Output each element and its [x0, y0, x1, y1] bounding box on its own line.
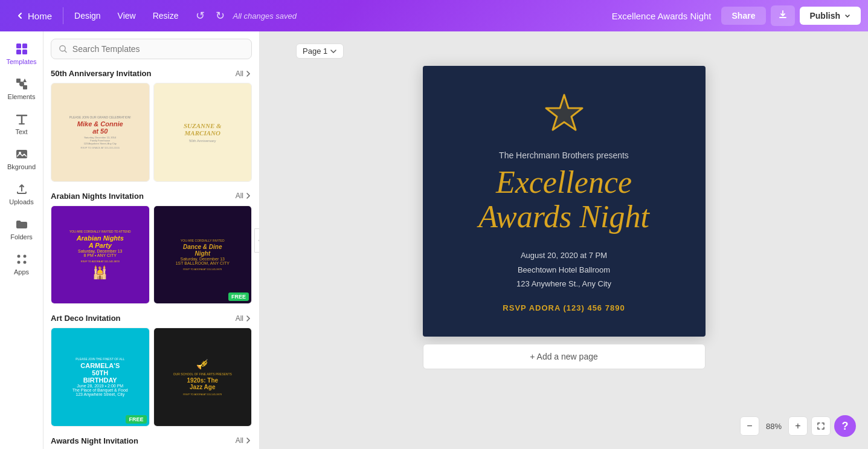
chevron-right-icon: [245, 315, 252, 322]
template-arabian-1[interactable]: YOU ARE CORDIALLY INVITED TO ATTEND Arab…: [51, 205, 150, 305]
template-invite-text: YOU ARE CORDIALLY INVITED TO ATTEND: [69, 230, 131, 233]
page-label: Page 1: [303, 47, 327, 56]
zoom-in-button[interactable]: +: [788, 416, 808, 436]
free-badge: FREE: [126, 415, 146, 424]
section-artdeco-all-button[interactable]: All: [236, 314, 252, 323]
canvas-presenter-text: The Herchmann Brothers presents: [499, 150, 629, 160]
sidebar-item-folders[interactable]: Folders: [0, 212, 43, 247]
section-arabian-grid: YOU ARE CORDIALLY INVITED TO ATTEND Arab…: [51, 205, 252, 305]
share-button[interactable]: Share: [721, 7, 767, 25]
elements-label: Elements: [8, 93, 36, 100]
help-icon: ?: [842, 420, 849, 433]
chevron-left-icon: [16, 11, 24, 20]
section-arabian-nights: Arabian Nights Invitation All YOU ARE CO…: [51, 192, 252, 305]
section-50th-grid: PLEASE JOIN OUR GRAND CELEBRATION! Mike …: [51, 83, 252, 182]
template-event-details: Saturday, December 138 PM • ANY CITY: [69, 249, 131, 257]
template-event-details: Saturday, December 131ST BALLROOM, ANY C…: [176, 257, 230, 265]
template-artdeco-1[interactable]: PLEASE JOIN THE FINEST OF ALL CARMELA'S5…: [51, 328, 150, 427]
zoom-out-button[interactable]: −: [740, 416, 759, 436]
template-title: SUZANNE &MARCIANO: [184, 122, 222, 137]
fullscreen-button[interactable]: [811, 416, 831, 436]
nav-right-actions: Share Publish: [721, 5, 861, 26]
template-arabian-2[interactable]: YOU ARE CORDIALLY INVITED Dance & DineNi…: [153, 205, 252, 305]
template-footer: RSVP TO GRACE AT 555-555-5555: [69, 146, 131, 149]
template-50th-2[interactable]: SUZANNE &MARCIANO 50th Anniversary: [153, 83, 252, 182]
section-50th-title: 50th Anniversary Invitation: [51, 69, 151, 78]
undo-redo-actions: ↺ ↻: [192, 7, 228, 25]
template-invite-text: PLEASE JOIN THE FINEST OF ALL: [72, 357, 128, 361]
page-indicator-button[interactable]: Page 1: [296, 44, 344, 59]
section-awards-all-button[interactable]: All: [236, 436, 252, 445]
svg-rect-7: [16, 150, 27, 158]
background-icon: [15, 147, 28, 161]
template-rsvp: RSVP TO ADORA AT 555-545-9878: [173, 393, 232, 396]
sidebar-icons: Templates Elements Text: [0, 31, 43, 449]
folders-icon: [15, 218, 28, 231]
canvas-rsvp: RSVP ADORA (123) 456 7890: [503, 303, 625, 312]
template-mosque-icon: 🕌: [69, 265, 131, 280]
canvas-card[interactable]: The Herchmann Brothers presents Excellen…: [423, 66, 706, 337]
template-artdeco-2[interactable]: 🎺 OUR SCHOOL OF FINE ARTS PRESENTS 1920s…: [153, 328, 252, 427]
chevron-right-icon: [245, 437, 252, 444]
uploads-label: Uploads: [9, 198, 33, 205]
sidebar-item-uploads[interactable]: Uploads: [0, 176, 43, 212]
add-page-button[interactable]: + Add a new page: [423, 344, 706, 369]
sidebar-item-text[interactable]: Text: [0, 106, 43, 141]
page-indicator: Page 1: [296, 44, 344, 59]
doc-title[interactable]: Excellence Awards Night: [612, 11, 712, 21]
free-badge: FREE: [228, 292, 249, 301]
chevron-right-icon: [245, 192, 252, 199]
folders-label: Folders: [10, 233, 33, 241]
template-trumpet-icon: 🎺: [173, 358, 232, 370]
zoom-controls: − 88% + ?: [740, 415, 856, 437]
help-button[interactable]: ?: [834, 415, 856, 437]
download-button[interactable]: [771, 5, 795, 26]
zoom-level-display: 88%: [763, 422, 785, 431]
home-button[interactable]: Home: [7, 7, 60, 25]
template-50th-1[interactable]: PLEASE JOIN OUR GRAND CELEBRATION! Mike …: [51, 83, 150, 182]
design-button[interactable]: Design: [66, 7, 109, 24]
search-input[interactable]: [72, 44, 244, 54]
section-arabian-header: Arabian Nights Invitation All: [51, 192, 252, 201]
canvas-date-venue: August 20, 2020 at 7 PM Beechtown Hotel …: [516, 248, 611, 291]
main-area: Templates Elements Text: [0, 31, 868, 449]
template-name: Mike & Connieat 50: [69, 120, 131, 135]
sidebar-item-apps[interactable]: Apps: [0, 247, 43, 282]
canvas-title[interactable]: Excellence Awards Night: [478, 165, 649, 234]
svg-point-10: [23, 255, 26, 258]
text-label: Text: [15, 128, 27, 135]
sidebar-item-templates[interactable]: Templates: [0, 36, 43, 71]
zoom-plus-icon: +: [795, 421, 800, 431]
template-event-name: Arabian NightsA Party: [69, 234, 131, 249]
canvas-title-line1: Excellence: [496, 165, 632, 199]
sidebar-item-background[interactable]: Bkground: [0, 141, 43, 176]
template-preview-text: PLEASE JOIN OUR GRAND CELEBRATION!: [69, 115, 131, 119]
template-details: Saturday, December 13, 2014Family Farmho…: [69, 136, 131, 145]
panel-collapse-button[interactable]: [254, 228, 260, 253]
section-50th-anniversary: 50th Anniversary Invitation All PLEASE J…: [51, 69, 252, 182]
star-icon: [540, 90, 588, 138]
svg-point-12: [23, 261, 26, 264]
templates-panel: 50th Anniversary Invitation All PLEASE J…: [43, 31, 260, 449]
redo-button[interactable]: ↻: [212, 7, 228, 25]
section-awards-night: Awards Night Invitation All: [51, 436, 252, 445]
template-rsvp: RSVP TO ADORA AT 555-545-9878: [69, 260, 131, 263]
section-50th-header: 50th Anniversary Invitation All: [51, 69, 252, 78]
star-decoration: [540, 90, 588, 141]
templates-label: Templates: [6, 58, 36, 65]
sidebar-item-elements[interactable]: Elements: [0, 71, 43, 106]
apps-icon: [15, 253, 28, 266]
canvas-area[interactable]: Page 1 The Herchmann Brothers presents: [260, 31, 868, 449]
undo-button[interactable]: ↺: [192, 7, 208, 25]
navbar: Home Design View Resize ↺ ↻ All changes …: [0, 0, 868, 31]
publish-button[interactable]: Publish: [800, 7, 861, 25]
elements-icon: [15, 77, 28, 91]
view-button[interactable]: View: [109, 7, 144, 24]
template-event-name: Dance & DineNight: [176, 244, 230, 257]
resize-button[interactable]: Resize: [144, 7, 187, 24]
svg-point-11: [17, 261, 20, 264]
search-bar: [51, 39, 252, 59]
chevron-right-icon: [245, 70, 252, 77]
section-50th-all-button[interactable]: All: [236, 69, 252, 78]
section-arabian-all-button[interactable]: All: [236, 192, 252, 200]
